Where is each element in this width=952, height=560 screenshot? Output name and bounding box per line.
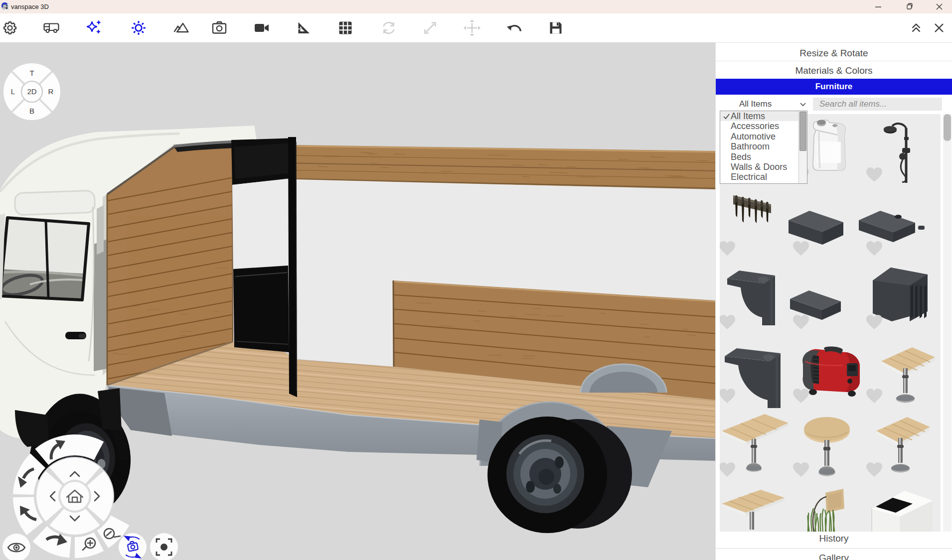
svg-text:T: T (29, 69, 34, 77)
svg-text:2D: 2D (27, 87, 36, 96)
svg-text:L: L (11, 87, 15, 96)
svg-text:R: R (48, 87, 54, 96)
svg-text:B: B (29, 107, 34, 115)
